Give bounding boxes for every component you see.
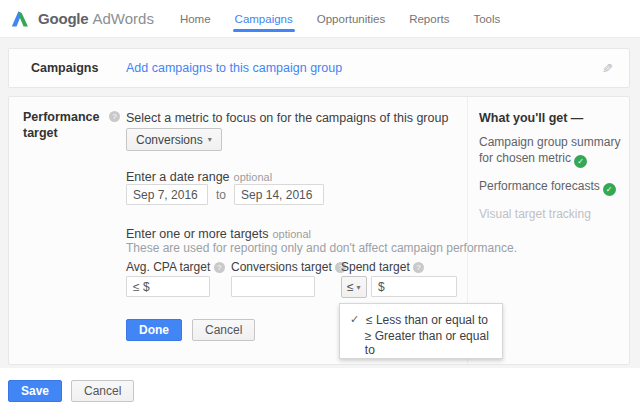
check-icon: ✓: [350, 313, 366, 326]
help-icon[interactable]: ?: [109, 111, 120, 122]
conversions-target-label: Conversions target ?: [231, 260, 346, 274]
adwords-logo: Google AdWords: [10, 8, 154, 29]
add-campaigns-link[interactable]: Add campaigns to this campaign group: [126, 61, 342, 75]
top-nav: Google AdWords Home Campaigns Opportunit…: [0, 0, 640, 38]
spend-target-label: Spend target ?: [341, 260, 424, 274]
metric-select-label: Select a metric to focus on for the camp…: [126, 111, 448, 125]
avg-cpa-target-input[interactable]: [126, 276, 210, 297]
date-range-label: Enter a date rangeoptional: [126, 167, 272, 185]
adwords-app: Google AdWords Home Campaigns Opportunit…: [0, 0, 640, 409]
menu-item-greater-than-or-equal[interactable]: ✓ ≥ Greater than or equal to: [340, 331, 502, 354]
nav-reports[interactable]: Reports: [409, 0, 449, 38]
metric-dropdown-label: Conversions: [136, 133, 203, 147]
optional-tag: optional: [234, 171, 273, 183]
conversions-target-input[interactable]: [231, 276, 315, 297]
start-date-input[interactable]: [126, 184, 208, 205]
avg-cpa-target-label: Avg. CPA target ?: [126, 260, 225, 274]
optional-tag: optional: [272, 228, 311, 240]
check-circle-icon: ✓: [574, 155, 587, 168]
campaigns-card-title: Campaigns: [31, 61, 126, 75]
main-nav: Home Campaigns Opportunities Reports Too…: [180, 0, 500, 38]
spend-operator-value: ≤: [347, 280, 354, 294]
chevron-down-icon: ▾: [357, 283, 361, 292]
end-date-input[interactable]: [234, 184, 324, 205]
edit-pencil-icon[interactable]: ✎: [602, 61, 613, 76]
benefits-panel: What you'll get — Campaign group summary…: [479, 111, 625, 232]
performance-target-label: Performance target ?: [23, 109, 127, 142]
date-range-row: to: [126, 184, 324, 205]
campaigns-card: Campaigns Add campaigns to this campaign…: [8, 48, 630, 88]
date-to-label: to: [216, 188, 226, 202]
performance-target-title: Performance target: [23, 109, 103, 142]
nav-opportunities[interactable]: Opportunities: [317, 0, 385, 38]
save-button[interactable]: Save: [8, 380, 62, 402]
brand-adwords: AdWords: [92, 10, 153, 27]
nav-home[interactable]: Home: [180, 0, 211, 38]
spend-operator-dropdown[interactable]: ≤ ▾: [341, 276, 367, 298]
footer-actions: Save Cancel: [8, 380, 134, 402]
benefits-title: What you'll get —: [479, 111, 625, 125]
benefit-item: Visual target tracking: [479, 206, 625, 222]
check-circle-icon: ✓: [603, 183, 616, 196]
metric-dropdown-button[interactable]: Conversions ▾: [126, 128, 222, 151]
operator-dropdown-menu: ✓ ≤ Less than or equal to ✓ ≥ Greater th…: [339, 303, 503, 359]
benefit-item: Campaign group summary for chosen metric…: [479, 134, 625, 168]
targets-note: These are used for reporting only and do…: [126, 241, 517, 255]
done-button[interactable]: Done: [126, 319, 182, 341]
performance-target-panel: Performance target ? Select a metric to …: [8, 96, 630, 365]
chevron-down-icon: ▾: [208, 135, 212, 144]
nav-campaigns[interactable]: Campaigns: [235, 0, 293, 38]
footer-cancel-button[interactable]: Cancel: [71, 380, 134, 402]
nav-tools[interactable]: Tools: [473, 0, 500, 38]
adwords-logo-icon: [10, 8, 31, 29]
help-icon[interactable]: ?: [214, 262, 225, 273]
brand-google: Google: [38, 10, 88, 27]
help-icon[interactable]: ?: [413, 262, 424, 273]
benefit-item: Performance forecasts✓: [479, 178, 625, 196]
panel-cancel-button[interactable]: Cancel: [192, 319, 255, 341]
spend-target-input[interactable]: [371, 276, 457, 297]
targets-label: Enter one or more targetsoptional: [126, 224, 311, 242]
